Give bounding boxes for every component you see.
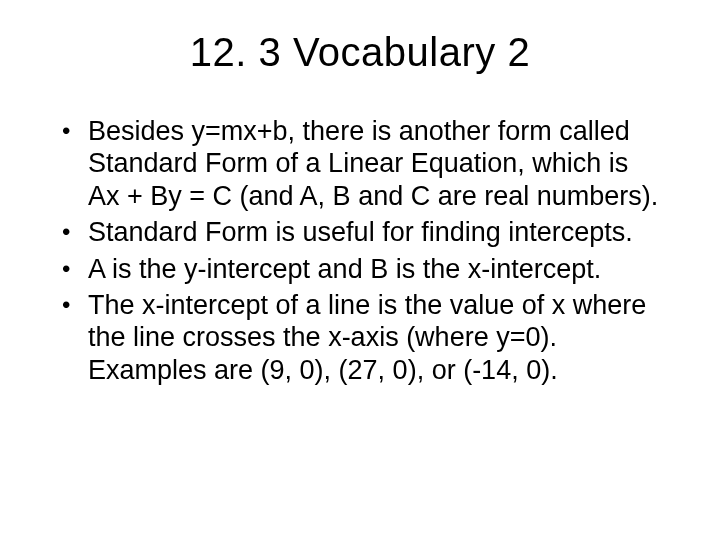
slide: 12. 3 Vocabulary 2 Besides y=mx+b, there… [0, 0, 720, 540]
list-item: A is the y-intercept and B is the x-inte… [60, 253, 660, 285]
list-item: Besides y=mx+b, there is another form ca… [60, 115, 660, 212]
bullet-list: Besides y=mx+b, there is another form ca… [50, 115, 670, 386]
slide-title: 12. 3 Vocabulary 2 [50, 30, 670, 75]
list-item: Standard Form is useful for finding inte… [60, 216, 660, 248]
list-item: The x-intercept of a line is the value o… [60, 289, 660, 386]
